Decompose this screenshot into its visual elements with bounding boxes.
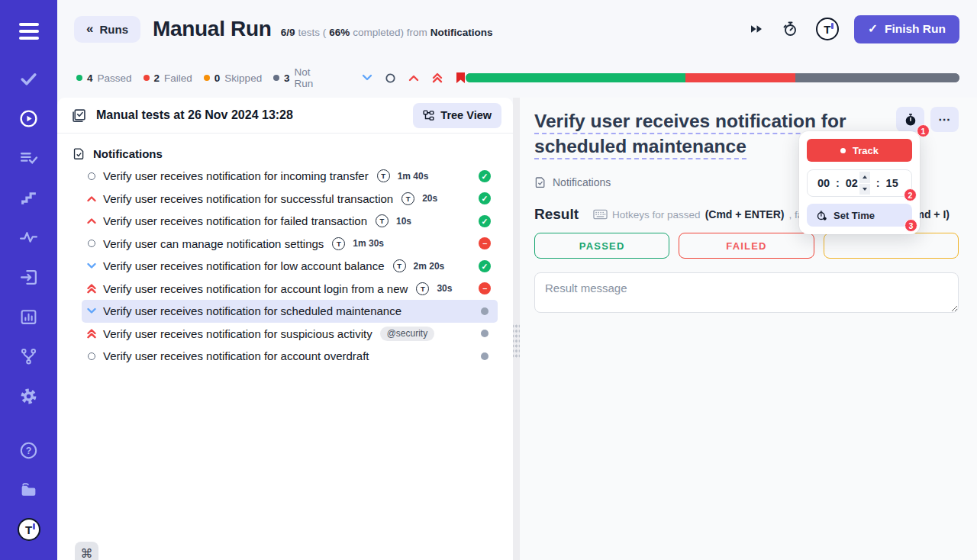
- sidebar-item-help[interactable]: ?: [0, 430, 57, 470]
- minutes-field[interactable]: 02: [845, 177, 859, 189]
- bookmark-icon[interactable]: [456, 72, 466, 84]
- check-icon: [19, 69, 38, 89]
- skipped-summary: 0Skipped: [204, 72, 262, 84]
- timer-history-button[interactable]: [779, 18, 801, 40]
- chevron-down-filter-icon[interactable]: [362, 74, 372, 82]
- test-duration: 2m 20s: [414, 261, 445, 272]
- fast-forward-button[interactable]: [747, 21, 766, 37]
- more-options-button[interactable]: ⋯: [930, 107, 959, 132]
- test-row[interactable]: Verify user receives notification for fa…: [82, 210, 498, 233]
- sidebar-item-runs[interactable]: [0, 98, 57, 138]
- progress-passed-segment: [466, 73, 685, 82]
- finish-run-button[interactable]: ✓ Finish Run: [854, 15, 959, 43]
- stepper-up-icon[interactable]: [859, 172, 870, 183]
- minutes-stepper[interactable]: [859, 172, 870, 195]
- status-notrun-icon: [481, 330, 488, 337]
- checklist-icon: [71, 108, 87, 124]
- command-icon: ⌘: [81, 547, 93, 560]
- test-duration: 10s: [396, 216, 411, 227]
- bar-chart-icon: [19, 307, 38, 327]
- run-progress-summary: 6/9 tests ( 66% completed) from Notifica…: [281, 27, 493, 38]
- check-icon: ✓: [868, 22, 878, 36]
- stepper-down-icon[interactable]: [859, 184, 870, 195]
- test-row[interactable]: Verify user receives notification for in…: [82, 165, 498, 188]
- set-time-button[interactable]: Set Time 3: [807, 204, 912, 227]
- steps-icon: [19, 188, 38, 208]
- folder-icon: [19, 481, 38, 500]
- priority-normal-icon: [85, 352, 97, 360]
- status-failed-icon: −: [479, 282, 491, 294]
- passed-summary: 4Passed: [76, 72, 132, 84]
- testomat-logo-icon: T: [401, 192, 414, 205]
- test-row[interactable]: Verify user receives notification for su…: [82, 188, 498, 211]
- passed-dot-icon: [76, 75, 82, 81]
- command-hotkeys-button[interactable]: ⌘: [75, 542, 98, 560]
- sidebar-item-steps[interactable]: [0, 178, 57, 217]
- progress-failed-segment: [685, 73, 795, 82]
- test-row[interactable]: Verify user receives notification for lo…: [82, 255, 498, 278]
- branch-icon: [19, 347, 38, 366]
- progress-notrun-segment: [795, 73, 959, 82]
- run-progress-bar: [466, 73, 959, 82]
- seconds-field[interactable]: 15: [885, 177, 899, 189]
- status-notrun-icon: [481, 307, 488, 315]
- main-area: « Runs Manual Run 6/9 tests ( 66% comple…: [57, 0, 977, 560]
- pulse-icon: [19, 228, 38, 247]
- test-row[interactable]: Verify user can manage notification sett…: [82, 233, 498, 256]
- back-to-runs-label: Runs: [99, 23, 128, 36]
- test-duration: 1m 40s: [398, 171, 429, 182]
- priority-critical-icon: [85, 284, 97, 294]
- sidebar-item-plans[interactable]: [0, 138, 57, 178]
- sidebar-item-settings[interactable]: [0, 376, 57, 416]
- annotation-badge-1: 1: [917, 124, 930, 137]
- page-title: Manual Run: [153, 17, 272, 41]
- sidebar-item-import[interactable]: [0, 257, 57, 297]
- test-row[interactable]: Verify user receives notification for su…: [82, 323, 498, 346]
- tag-badge: @security: [380, 327, 435, 341]
- status-passed-icon: ✓: [479, 260, 491, 272]
- list-check-icon: [19, 149, 38, 168]
- test-row-selected[interactable]: Verify user receives notification for sc…: [82, 300, 498, 323]
- sidebar-item-reports[interactable]: [0, 297, 57, 336]
- circle-filter-icon[interactable]: [385, 73, 395, 83]
- testomat-logo-icon: T: [393, 259, 406, 272]
- menu-button[interactable]: [0, 14, 57, 49]
- sidebar-item-tests[interactable]: [0, 59, 57, 98]
- app-sidebar: ? T: [0, 0, 57, 560]
- skipped-button[interactable]: [824, 233, 959, 259]
- sidebar-item-projects[interactable]: [0, 470, 57, 510]
- back-to-runs-button[interactable]: « Runs: [74, 16, 140, 43]
- passed-button[interactable]: PASSED: [534, 233, 669, 259]
- test-duration: 1m 30s: [353, 238, 384, 249]
- hours-field[interactable]: 00: [817, 177, 830, 189]
- priority-low-icon: [85, 307, 97, 314]
- tree-view-button[interactable]: Tree View: [413, 103, 501, 128]
- timer-button[interactable]: 1: [896, 107, 924, 132]
- panel-resizer[interactable]: [513, 98, 520, 560]
- fast-forward-icon: [749, 23, 764, 35]
- play-circle-icon: [19, 109, 38, 128]
- test-duration: 30s: [437, 283, 452, 294]
- brand-avatar[interactable]: T: [814, 16, 840, 42]
- test-row[interactable]: Verify user receives notification for ac…: [82, 345, 498, 368]
- skipped-dot-icon: [204, 75, 210, 81]
- verdict-buttons: PASSED FAILED: [534, 233, 959, 259]
- testomat-logo-icon: T: [376, 214, 389, 227]
- svg-text:?: ?: [26, 445, 32, 455]
- suite-folder-row[interactable]: Notifications: [57, 142, 513, 165]
- chevron-up-filter-icon[interactable]: [408, 74, 419, 82]
- testomat-logo-icon: T: [816, 18, 839, 40]
- failed-button[interactable]: FAILED: [679, 233, 814, 259]
- track-button[interactable]: Track: [807, 139, 912, 162]
- double-chevron-up-filter-icon[interactable]: [432, 72, 443, 83]
- sidebar-item-branches[interactable]: [0, 336, 57, 376]
- failed-dot-icon: [143, 75, 150, 81]
- time-input[interactable]: 00 : 02 : 15 2: [807, 169, 912, 197]
- sidebar-brand-logo[interactable]: T: [0, 510, 57, 549]
- sidebar-item-pulse[interactable]: [0, 217, 57, 257]
- test-row[interactable]: Verify user receives notification for ac…: [82, 278, 498, 301]
- result-message-input[interactable]: [534, 272, 959, 313]
- hamburger-icon: [19, 23, 39, 40]
- timer-popup: Track 00 : 02 : 15 2 Set Time: [799, 131, 920, 234]
- stopwatch-icon: [781, 20, 799, 38]
